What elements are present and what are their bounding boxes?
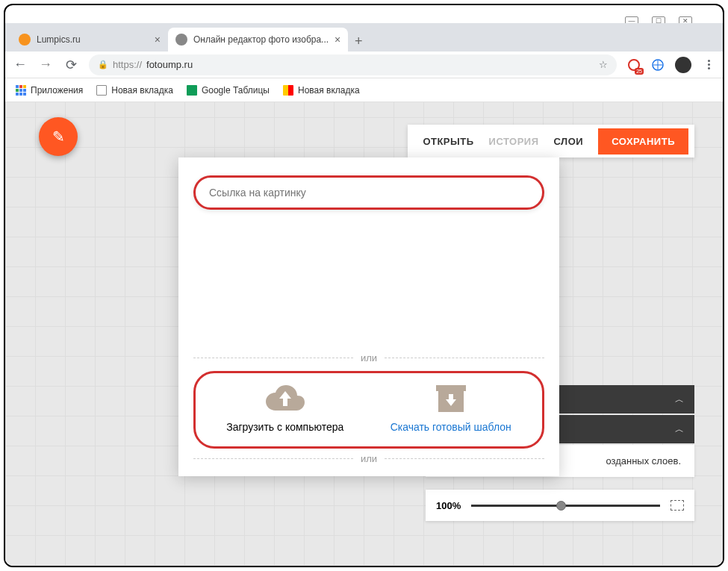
browser-tabs: Lumpics.ru × Онлайн редактор фото изобра… xyxy=(5,23,723,52)
editor-toolbar: ОТКРЫТЬ ИСТОРИЯ СЛОИ СОХРАНИТЬ xyxy=(408,125,694,157)
edit-fab-button[interactable]: ✎ xyxy=(39,117,78,156)
download-template[interactable]: Скачать готовый шаблон xyxy=(391,384,511,433)
sheets-icon xyxy=(187,85,197,96)
upload-from-computer[interactable]: Загрузить с компьютера xyxy=(226,384,343,433)
separator: или xyxy=(193,352,544,363)
chevron-up-icon[interactable]: ︿ xyxy=(675,423,684,436)
zoom-control: 100% xyxy=(426,490,694,521)
bookmarks-bar: Приложения Новая вкладка Google Таблицы … xyxy=(5,78,723,102)
svg-point-0 xyxy=(629,60,639,70)
address-bar-row: ← → ⟳ 🔒 https://fotoump.ru ☆ xyxy=(5,52,723,78)
box-download-icon xyxy=(435,384,467,414)
bookmark-label: Приложения xyxy=(31,85,83,96)
new-tab-button[interactable]: + xyxy=(348,31,369,52)
svg-rect-2 xyxy=(436,385,466,391)
apps-bookmark[interactable]: Приложения xyxy=(16,85,83,96)
extension-opera-icon[interactable] xyxy=(627,58,641,72)
browser-menu-icon[interactable] xyxy=(702,58,715,72)
extension-globe-icon[interactable] xyxy=(651,58,665,72)
layers-link[interactable]: СЛОИ xyxy=(554,136,584,147)
zoom-thumb[interactable] xyxy=(556,501,566,511)
url-input-wrapper xyxy=(193,175,544,210)
back-button[interactable]: ← xyxy=(13,57,28,72)
bookmark-item[interactable]: Новая вкладка xyxy=(283,85,360,96)
history-link[interactable]: ИСТОРИЯ xyxy=(489,136,539,147)
close-tab-icon[interactable]: × xyxy=(155,34,161,46)
yandex-icon xyxy=(283,85,293,96)
bookmark-label: Новая вкладка xyxy=(298,85,360,96)
bookmark-item[interactable]: Google Таблицы xyxy=(187,85,270,96)
upload-label: Загрузить с компьютера xyxy=(226,421,343,433)
tab-title: Lumpics.ru xyxy=(37,34,81,45)
url-scheme: https:// xyxy=(113,59,142,70)
zoom-slider[interactable] xyxy=(471,505,660,507)
bookmark-label: Новая вкладка xyxy=(111,85,173,96)
tab-lumpics[interactable]: Lumpics.ru × xyxy=(11,28,168,52)
upload-options: Загрузить с компьютера Скачать готовый ш… xyxy=(193,371,544,449)
lock-icon: 🔒 xyxy=(98,60,108,69)
tab-fotoump[interactable]: Онлайн редактор фото изобра... × xyxy=(168,28,348,52)
fullscreen-icon[interactable] xyxy=(671,500,684,511)
reload-button[interactable]: ⟳ xyxy=(63,57,78,73)
open-dialog: или Загрузить с компьютера Скачать готов… xyxy=(178,157,559,476)
chevron-up-icon[interactable]: ︿ xyxy=(675,393,684,406)
bookmark-item[interactable]: Новая вкладка xyxy=(96,85,173,96)
image-url-input[interactable] xyxy=(209,187,529,199)
open-link[interactable]: ОТКРЫТЬ xyxy=(423,136,473,147)
tab-favicon xyxy=(175,34,187,46)
template-label: Скачать готовый шаблон xyxy=(391,421,511,433)
tab-favicon xyxy=(19,34,31,46)
address-bar[interactable]: 🔒 https://fotoump.ru ☆ xyxy=(89,54,617,75)
or-label: или xyxy=(361,453,377,464)
forward-button[interactable]: → xyxy=(38,57,53,72)
profile-avatar[interactable] xyxy=(675,57,691,73)
tab-title: Онлайн редактор фото изобра... xyxy=(193,34,329,45)
page-icon xyxy=(96,85,107,96)
apps-icon xyxy=(16,85,26,96)
close-tab-icon[interactable]: × xyxy=(335,34,340,46)
zoom-value: 100% xyxy=(436,500,461,511)
cloud-upload-icon xyxy=(264,384,306,414)
save-button[interactable]: СОХРАНИТЬ xyxy=(598,128,688,155)
pencil-icon: ✎ xyxy=(52,128,65,146)
bookmark-star-icon[interactable]: ☆ xyxy=(599,59,608,70)
url-host: fotoump.ru xyxy=(146,59,193,70)
bookmark-label: Google Таблицы xyxy=(202,85,270,96)
or-label: или xyxy=(361,352,377,363)
separator: или xyxy=(193,453,544,464)
